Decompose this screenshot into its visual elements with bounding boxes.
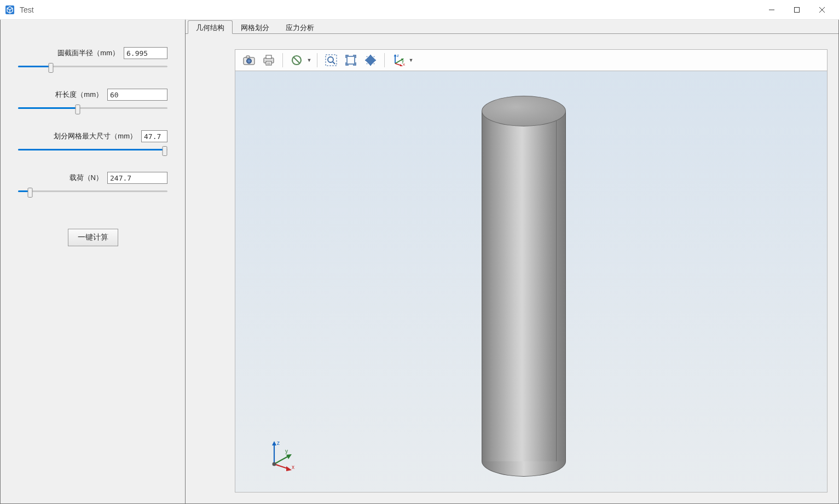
svg-marker-22 [394,54,397,56]
svg-text:y: y [285,448,288,454]
calculate-button[interactable]: 一键计算 [68,229,118,246]
svg-point-8 [248,60,251,62]
axis-triad: z y x [266,439,299,472]
viewport-toolbar: ▼ [235,49,828,71]
load-input[interactable] [107,172,167,184]
tab-mesh[interactable]: 网格划分 [233,20,277,34]
svg-point-39 [273,462,276,466]
window-controls [759,0,835,20]
svg-marker-31 [272,441,276,445]
param-label: 圆截面半径（mm） [57,48,119,58]
print-icon[interactable] [259,51,278,69]
3d-viewport[interactable]: z y x [235,71,828,493]
svg-text:x: x [292,464,294,470]
length-input[interactable] [107,89,167,101]
forbid-icon[interactable] [287,51,306,69]
param-load: 载荷（N） [18,172,167,196]
svg-rect-2 [795,7,800,12]
length-slider[interactable] [18,103,167,113]
load-slider[interactable] [18,186,167,196]
dropdown-icon[interactable]: ▼ [306,57,313,63]
minimize-button[interactable] [759,0,784,20]
svg-text:z: z [397,54,399,58]
radius-input[interactable] [124,47,167,59]
titlebar: Test [0,0,839,20]
param-label: 杆长度（mm） [55,90,103,100]
svg-line-15 [294,57,300,63]
param-meshsize: 划分网格最大尺寸（mm） [18,130,167,154]
param-radius: 圆截面半径（mm） [18,47,167,71]
fit-icon[interactable] [342,51,360,69]
svg-text:z: z [277,440,280,446]
geometry-cylinder [482,96,566,468]
window-title: Test [20,5,34,14]
camera-icon[interactable] [240,51,258,69]
param-length: 杆长度（mm） [18,89,167,113]
sidebar: 圆截面半径（mm） 杆长度（mm） 划分网格最大尺寸（mm） [1,20,186,503]
svg-line-18 [333,62,335,64]
meshsize-slider[interactable] [18,144,167,154]
tab-stress[interactable]: 应力分析 [277,20,322,34]
svg-marker-37 [286,466,292,471]
svg-rect-19 [347,56,355,64]
toolbar-separator [282,53,283,67]
svg-rect-6 [246,56,250,58]
zoom-area-icon[interactable] [322,51,340,69]
meshsize-input[interactable] [141,130,167,142]
svg-line-33 [274,456,289,464]
toolbar-separator [384,53,385,67]
tabs: 几何结构 网格划分 应力分析 [186,20,838,34]
close-button[interactable] [809,0,835,20]
app-icon [4,4,15,15]
axes-icon[interactable]: z y x [389,51,408,69]
param-label: 划分网格最大尺寸（mm） [54,131,137,141]
svg-point-17 [328,57,333,62]
tab-geometry[interactable]: 几何结构 [188,20,233,34]
dropdown-icon[interactable]: ▼ [408,57,414,63]
isoview-icon[interactable] [361,51,380,69]
param-label: 载荷（N） [70,173,103,183]
svg-text:x: x [403,62,405,67]
content-area: 几何结构 网格划分 应力分析 [186,20,838,503]
radius-slider[interactable] [18,61,167,71]
maximize-button[interactable] [784,0,809,20]
viewport-wrap: ▼ [186,34,838,503]
svg-rect-10 [266,55,271,59]
toolbar-separator [317,53,317,67]
main-area: 圆截面半径（mm） 杆长度（mm） 划分网格最大尺寸（mm） [0,20,839,504]
